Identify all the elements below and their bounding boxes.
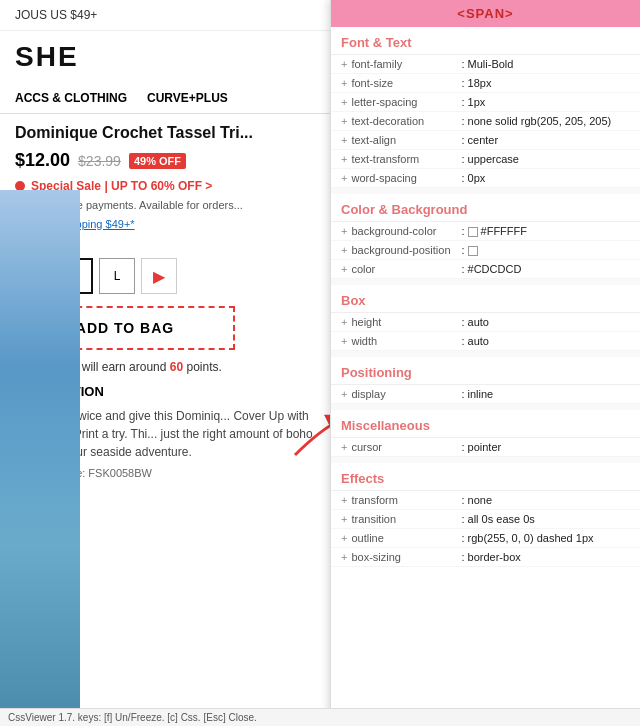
product-title: Dominique Crochet Tassel Tri... [15,124,315,142]
price-current: $12.00 [15,150,70,171]
section-color-bg: Color & Background [331,194,640,222]
prop-bg-position: + background-position : [331,241,640,260]
prop-letter-spacing: + letter-spacing : 1px [331,93,640,112]
size-btn-arrow[interactable]: ▶ [141,258,177,294]
size-btn-l[interactable]: L [99,258,135,294]
status-bar: CssViewer 1.7. keys: [f] Un/Freeze. [c] … [0,708,640,726]
top-bar-text: JOUS US $49+ [15,8,97,22]
section-misc: Miscellaneous [331,410,640,438]
prop-display: + display : inline [331,385,640,404]
prop-cursor: + cursor : pointer [331,438,640,457]
prop-text-align: + text-align : center [331,131,640,150]
product-image-bg [0,190,80,720]
prop-transition: + transition : all 0s ease 0s [331,510,640,529]
nav-item-accs[interactable]: ACCS & CLOTHING [15,91,127,105]
prop-width: + width : auto [331,332,640,351]
prop-font-size: + font-size : 18px [331,74,640,93]
prop-text-transform: + text-transform : uppercase [331,150,640,169]
nav-item-curve[interactable]: CURVE+PLUS [147,91,228,105]
prop-height: + height : auto [331,313,640,332]
points-text-after: points. [186,360,221,374]
bg-position-swatch [468,246,478,256]
section-box: Box [331,285,640,313]
price-original: $23.99 [78,153,121,169]
points-text-before: will earn around [82,360,170,374]
prop-color: + color : #CDCDCD [331,260,640,279]
prop-bg-color: + background-color : #FFFFFF [331,222,640,241]
price-row: $12.00 $23.99 49% OFF [15,150,315,171]
bg-color-swatch [468,227,478,237]
section-font-text: Font & Text [331,27,640,55]
panel-body: Font & Text + font-family : Muli-Bold + … [331,27,640,567]
section-positioning: Positioning [331,357,640,385]
prop-font-family: + font-family : Muli-Bold [331,55,640,74]
overlay-panel: <SPAN> Font & Text + font-family : Muli-… [330,0,640,726]
prop-word-spacing: + word-spacing : 0px [331,169,640,188]
prop-box-sizing: + box-sizing : border-box [331,548,640,567]
panel-header: <SPAN> [331,0,640,27]
discount-badge: 49% OFF [129,153,186,169]
prop-text-decoration: + text-decoration : none solid rgb(205, … [331,112,640,131]
points-num: 60 [170,360,183,374]
section-effects: Effects [331,463,640,491]
prop-transform: + transform : none [331,491,640,510]
prop-outline: + outline : rgb(255, 0, 0) dashed 1px [331,529,640,548]
status-text: CssViewer 1.7. keys: [f] Un/Freeze. [c] … [8,712,257,723]
